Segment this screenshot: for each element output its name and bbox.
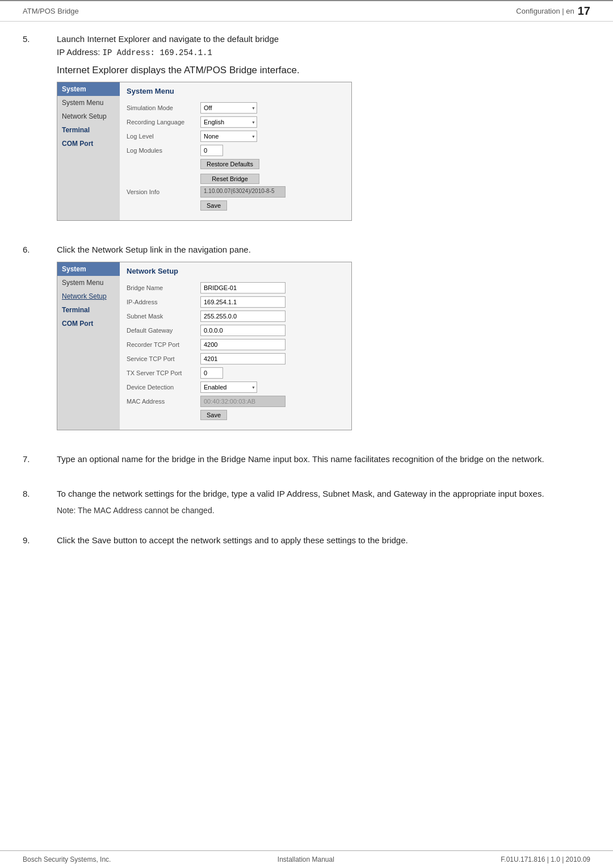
footer-left: Bosch Security Systems, Inc. [23, 856, 111, 863]
step-7-number: 7. [23, 453, 45, 472]
log-level-row: Log Level None [127, 131, 345, 142]
step-9: 9. Click the Save button to accept the n… [23, 534, 590, 553]
step-6-text: Click the Network Setup link in the navi… [57, 244, 590, 257]
recording-language-label: Recording Language [127, 119, 200, 125]
network-setup-title: Network Setup [127, 267, 345, 278]
step-9-text: Click the Save button to accept the netw… [57, 534, 590, 547]
simulation-mode-select-wrapper: Off [200, 102, 257, 114]
step-7-text: Type an optional name for the bridge in … [57, 453, 590, 466]
step-8-number: 8. [23, 488, 45, 519]
step-5-number: 5. [23, 33, 45, 228]
sidebar-item-system-menu-2[interactable]: System Menu [57, 276, 120, 290]
step-8-text: To change the network settings for the b… [57, 488, 590, 501]
ip-address-input[interactable] [200, 296, 285, 308]
recording-language-select[interactable]: English [200, 116, 257, 128]
save-button-2[interactable]: Save [200, 410, 227, 420]
step-8: 8. To change the network settings for th… [23, 488, 590, 519]
mac-address-input [200, 396, 285, 407]
subnet-mask-row: Subnet Mask [127, 311, 345, 322]
service-tcp-label: Service TCP Port [127, 355, 200, 362]
bridge-name-label: Bridge Name [127, 284, 200, 291]
log-modules-row: Log Modules [127, 145, 345, 156]
sidebar-item-network-setup[interactable]: Network Setup [57, 110, 120, 123]
tx-server-tcp-row: TX Server TCP Port [127, 367, 345, 379]
ip-address-label: IP-Address [127, 299, 200, 305]
simulation-mode-select[interactable]: Off [200, 102, 257, 114]
device-detection-row: Device Detection Enabled [127, 381, 345, 393]
save-row-2: Save [127, 410, 345, 422]
log-modules-label: Log Modules [127, 147, 200, 154]
sidebar-system-menu: System System Menu Network Setup Termina… [57, 82, 120, 220]
service-tcp-input[interactable] [200, 353, 285, 364]
step-9-content: Click the Save button to accept the netw… [57, 534, 590, 553]
default-gateway-row: Default Gateway [127, 325, 345, 336]
restore-defaults-button[interactable]: Restore Defaults [200, 159, 259, 169]
log-level-label: Log Level [127, 133, 200, 140]
footer-right: F.01U.171.816 | 1.0 | 2010.09 [501, 856, 590, 863]
service-tcp-row: Service TCP Port [127, 353, 345, 364]
sidebar-item-system-menu[interactable]: System Menu [57, 96, 120, 110]
sidebar-item-com-port[interactable]: COM Port [57, 137, 120, 150]
sidebar-item-network-setup-2[interactable]: Network Setup [57, 290, 120, 303]
step-5-subtext: Internet Explorer displays the ATM/POS B… [57, 65, 590, 76]
page-footer: Bosch Security Systems, Inc. Installatio… [0, 850, 613, 868]
step-6: 6. Click the Network Setup link in the n… [23, 244, 590, 438]
step-5-text: Launch Internet Explorer and navigate to… [57, 33, 590, 59]
subnet-mask-label: Subnet Mask [127, 313, 200, 320]
log-modules-input[interactable] [200, 145, 223, 156]
system-menu-screenshot: System System Menu Network Setup Termina… [57, 82, 352, 221]
simulation-mode-label: Simulation Mode [127, 104, 200, 111]
device-detection-select[interactable]: Enabled [200, 381, 257, 393]
recorder-tcp-row: Recorder TCP Port [127, 339, 345, 350]
device-detection-label: Device Detection [127, 384, 200, 391]
version-info-row: Version Info 1.10.00.07(63024)/2010-8-5 [127, 186, 345, 198]
default-gateway-input[interactable] [200, 325, 285, 336]
mac-address-row: MAC Address [127, 396, 345, 407]
tx-server-tcp-input[interactable] [200, 367, 223, 379]
step-6-number: 6. [23, 244, 45, 438]
step-8-content: To change the network settings for the b… [57, 488, 590, 519]
reset-bridge-button[interactable]: Reset Bridge [200, 174, 259, 184]
sidebar-item-com-port-2[interactable]: COM Port [57, 317, 120, 330]
simulation-mode-row: Simulation Mode Off [127, 102, 345, 114]
version-info-value: 1.10.00.07(63024)/2010-8-5 [200, 186, 285, 198]
subnet-mask-input[interactable] [200, 311, 285, 322]
mac-address-label: MAC Address [127, 398, 200, 405]
step-8-note: Note: The MAC Address cannot be changed. [57, 506, 590, 515]
network-setup-screenshot: System System Menu Network Setup Termina… [57, 262, 352, 430]
system-menu-title: System Menu [127, 87, 345, 98]
recorder-tcp-label: Recorder TCP Port [127, 341, 200, 348]
page-number: 17 [578, 5, 590, 18]
header-left: ATM/POS Bridge [23, 7, 79, 15]
step-9-number: 9. [23, 534, 45, 553]
step-5-content: Launch Internet Explorer and navigate to… [57, 33, 590, 228]
header-right-text: Configuration | en [516, 7, 574, 15]
step-5: 5. Launch Internet Explorer and navigate… [23, 33, 590, 228]
recording-language-row: Recording Language English [127, 116, 345, 128]
restore-defaults-row: Restore Defaults Reset Bridge [127, 159, 345, 186]
save-button-1[interactable]: Save [200, 200, 227, 211]
sidebar-item-terminal-2[interactable]: Terminal [57, 303, 120, 317]
log-level-select-wrapper: None [200, 131, 257, 142]
network-setup-panel: Network Setup Bridge Name IP-Address Sub… [120, 262, 351, 430]
recorder-tcp-input[interactable] [200, 339, 285, 350]
main-content: 5. Launch Internet Explorer and navigate… [0, 33, 613, 614]
step-7: 7. Type an optional name for the bridge … [23, 453, 590, 472]
footer-center: Installation Manual [278, 856, 334, 863]
bridge-name-input[interactable] [200, 282, 285, 293]
tx-server-tcp-label: TX Server TCP Port [127, 370, 200, 376]
default-gateway-label: Default Gateway [127, 327, 200, 334]
ip-address-row: IP-Address [127, 296, 345, 308]
page-header: ATM/POS Bridge Configuration | en 17 [0, 0, 613, 22]
sidebar-item-system-2[interactable]: System [57, 262, 120, 276]
recording-language-select-wrapper: English [200, 116, 257, 128]
bridge-name-row: Bridge Name [127, 282, 345, 293]
save-row-1: Save [127, 200, 345, 213]
version-info-label: Version Info [127, 188, 200, 195]
sidebar-item-terminal[interactable]: Terminal [57, 123, 120, 137]
sidebar-network-setup: System System Menu Network Setup Termina… [57, 262, 120, 430]
system-menu-panel: System Menu Simulation Mode Off Recordin… [120, 82, 351, 220]
device-detection-select-wrapper: Enabled [200, 381, 257, 393]
sidebar-item-system[interactable]: System [57, 82, 120, 96]
log-level-select[interactable]: None [200, 131, 257, 142]
